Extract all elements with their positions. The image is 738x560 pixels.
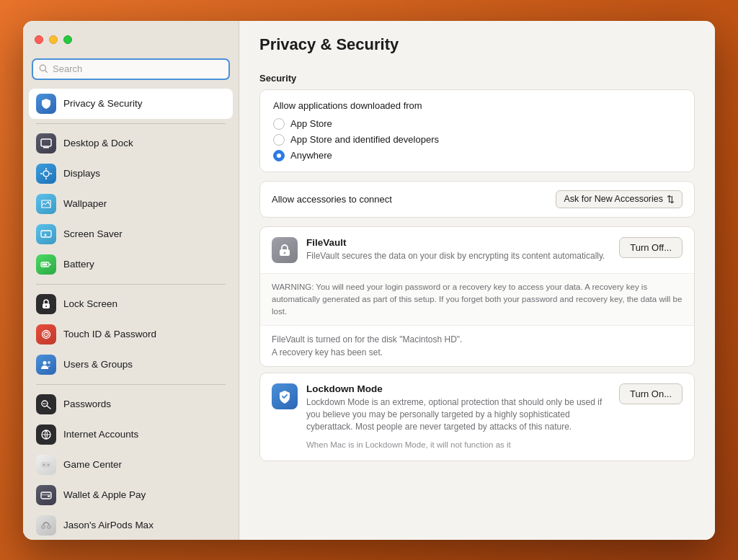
touch-id-password-icon (36, 324, 56, 345)
radio-label-app-store-dev: App Store and identified developers (290, 134, 439, 145)
lockdown-mode-icon (272, 383, 298, 409)
sidebar-divider-2 (36, 284, 226, 285)
svg-line-1 (45, 71, 48, 73)
sidebar-label-privacy-security: Privacy & Security (63, 98, 143, 109)
filevault-card: FileVault FileVault secures the data on … (259, 226, 695, 368)
airpods-max-icon (36, 515, 56, 535)
lockdown-mode-title: Lockdown Mode (306, 383, 610, 394)
sidebar-label-displays: Displays (63, 168, 100, 179)
maximize-button[interactable] (63, 35, 72, 44)
sidebar-item-wallet-apple-pay[interactable]: Wallet & Apple Pay (29, 480, 233, 510)
passwords-icon (36, 394, 56, 414)
svg-point-16 (48, 361, 50, 364)
lockdown-mode-description: Lockdown Mode is an extreme, optional pr… (306, 396, 610, 432)
filevault-warning-section: WARNING: You will need your login passwo… (260, 274, 694, 326)
sidebar-label-battery: Battery (63, 259, 94, 270)
sidebar-item-touch-id-password[interactable]: Touch ID & Password (29, 319, 233, 350)
svg-rect-8 (50, 264, 51, 265)
svg-point-18 (43, 403, 45, 404)
page-title: Privacy & Security (259, 35, 695, 54)
svg-point-24 (48, 463, 50, 466)
sidebar-label-desktop-dock: Desktop & Dock (63, 138, 133, 148)
main-content: Privacy & Security Security Allow applic… (239, 21, 715, 540)
sidebar-label-jasons-airpods: Jason's AirPods Max (63, 520, 154, 530)
sidebar-label-wallet-apple-pay: Wallet & Apple Pay (63, 489, 146, 500)
sidebar-item-screen-saver[interactable]: Screen Saver (29, 219, 233, 249)
sidebar-item-lock-screen[interactable]: Lock Screen (29, 289, 233, 319)
sidebar-item-displays[interactable]: Displays (29, 159, 233, 189)
svg-rect-9 (43, 263, 48, 265)
filevault-description: FileVault secures the data on your disk … (306, 250, 610, 262)
filevault-turn-off-button[interactable]: Turn Off... (619, 237, 683, 258)
sidebar-label-screen-saver: Screen Saver (63, 228, 123, 239)
sidebar: Privacy & Security Desktop & Dock (23, 21, 239, 540)
radio-label-anywhere: Anywhere (290, 150, 332, 161)
wallpaper-icon (36, 194, 56, 214)
game-center-icon (36, 455, 56, 475)
settings-window: Privacy & Security Desktop & Dock (23, 21, 715, 540)
filevault-content: FileVault FileVault secures the data on … (306, 237, 610, 262)
svg-point-19 (45, 403, 46, 404)
sidebar-label-touch-id-password: Touch ID & Password (63, 329, 156, 339)
svg-point-5 (48, 201, 49, 203)
sidebar-item-passwords[interactable]: Passwords (29, 389, 233, 419)
sidebar-label-passwords: Passwords (63, 399, 111, 409)
search-input[interactable] (53, 63, 223, 74)
svg-point-14 (45, 334, 47, 335)
sidebar-divider-3 (36, 384, 226, 385)
filevault-icon (272, 237, 298, 263)
radio-group-download: App Store App Store and identified devel… (273, 118, 681, 161)
svg-point-28 (42, 525, 45, 528)
search-container (23, 58, 239, 89)
filevault-status-section: FileVault is turned on for the disk "Mac… (260, 326, 694, 366)
minimize-button[interactable] (49, 35, 58, 44)
privacy-security-icon (36, 94, 56, 114)
radio-app-store-dev[interactable]: App Store and identified developers (273, 134, 681, 146)
svg-point-11 (45, 306, 47, 307)
main-header: Privacy & Security (239, 21, 715, 61)
sidebar-items-list: Privacy & Security Desktop & Dock (23, 89, 239, 540)
radio-app-store[interactable]: App Store (273, 118, 681, 130)
accessories-label: Allow accessories to connect (272, 194, 392, 205)
search-icon (39, 64, 48, 74)
sidebar-label-internet-accounts: Internet Accounts (63, 429, 138, 440)
sidebar-label-game-center: Game Center (63, 459, 122, 470)
accessories-dropdown[interactable]: Ask for New Accessories ⇅ (556, 190, 683, 208)
lockdown-mode-more-text: When Mac is in Lockdown Mode, it will no… (306, 439, 610, 450)
svg-rect-26 (41, 494, 51, 495)
internet-accounts-icon (36, 425, 56, 445)
svg-point-29 (48, 525, 51, 528)
filevault-title: FileVault (306, 237, 610, 248)
lockdown-turn-on-button[interactable]: Turn On... (619, 383, 683, 404)
sidebar-item-users-groups[interactable]: Users & Groups (29, 350, 233, 380)
svg-rect-27 (48, 495, 50, 497)
desktop-dock-icon (36, 133, 56, 154)
lockdown-card: Lockdown Mode Lockdown Mode is an extrem… (259, 373, 695, 461)
svg-rect-6 (41, 231, 51, 237)
sidebar-item-jasons-airpods[interactable]: Jason's AirPods Max (29, 510, 233, 540)
svg-point-15 (43, 361, 47, 365)
lock-screen-icon (36, 294, 56, 314)
displays-icon (36, 164, 56, 184)
search-box (32, 58, 230, 80)
download-from-label: Allow applications downloaded from (273, 100, 681, 111)
sidebar-item-privacy-security[interactable]: Privacy & Security (29, 89, 233, 119)
filevault-main-row: FileVault FileVault secures the data on … (260, 227, 694, 274)
sidebar-item-battery[interactable]: Battery (29, 249, 233, 280)
sidebar-item-desktop-dock[interactable]: Desktop & Dock (29, 128, 233, 159)
radio-circle-app-store-dev (273, 134, 285, 146)
sidebar-item-game-center[interactable]: Game Center (29, 450, 233, 480)
close-button[interactable] (35, 35, 43, 44)
filevault-status-line1: FileVault is turned on for the disk "Mac… (272, 333, 683, 346)
sidebar-item-internet-accounts[interactable]: Internet Accounts (29, 419, 233, 450)
svg-point-4 (43, 171, 49, 177)
radio-anywhere[interactable]: Anywhere (273, 150, 681, 161)
svg-rect-3 (43, 147, 49, 148)
sidebar-item-wallpaper[interactable]: Wallpaper (29, 189, 233, 219)
lockdown-content: Lockdown Mode Lockdown Mode is an extrem… (306, 383, 610, 450)
sidebar-label-wallpaper: Wallpaper (63, 198, 107, 209)
svg-rect-2 (41, 139, 51, 146)
download-from-section: Allow applications downloaded from App S… (259, 89, 695, 172)
sidebar-label-lock-screen: Lock Screen (63, 298, 117, 309)
battery-icon (36, 254, 56, 275)
